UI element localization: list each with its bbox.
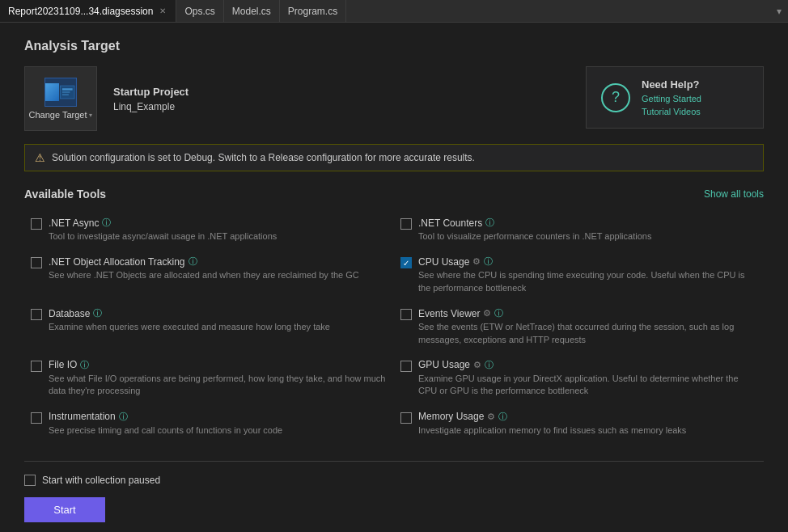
change-target-button[interactable]: Change Target ▾ — [24, 66, 97, 131]
change-target-label: Change Target ▾ — [29, 110, 93, 120]
tool-info-icon-file-io[interactable]: ⓘ — [80, 359, 89, 371]
tool-desc-gpu-usage: Examine GPU usage in your DirectX applic… — [418, 373, 757, 398]
tool-name-dotnet-counters: .NET Counters — [418, 217, 482, 229]
collection-paused-label: Start with collection paused — [42, 475, 160, 486]
tool-item-memory-usage: Memory Usage⚙ⓘInvestigate application me… — [394, 406, 764, 445]
analysis-target-title: Analysis Target — [24, 39, 764, 53]
getting-started-link[interactable]: Getting Started — [642, 94, 701, 103]
svg-rect-3 — [62, 94, 69, 95]
warning-text: Solution configuration is set to Debug. … — [52, 152, 475, 163]
tool-desc-cpu-usage: See where the CPU is spending time execu… — [418, 269, 757, 294]
tool-item-cpu-usage: CPU Usage⚙ⓘSee where the CPU is spending… — [394, 251, 764, 302]
warning-icon: ⚠ — [35, 151, 45, 164]
tool-checkbox-file-io[interactable] — [31, 361, 42, 372]
tool-name-memory-usage: Memory Usage — [418, 411, 484, 422]
help-title: Need Help? — [642, 78, 701, 91]
tool-checkbox-memory-usage[interactable] — [400, 412, 412, 424]
tool-gear-icon-gpu-usage[interactable]: ⚙ — [473, 360, 481, 370]
tool-desc-dotnet-counters: Tool to visualize performance counters i… — [418, 230, 757, 243]
tab-overflow-button[interactable]: ▾ — [770, 6, 788, 17]
startup-info: Startup Project Linq_Example — [113, 86, 189, 112]
available-tools-title: Available Tools — [24, 188, 106, 201]
tool-name-cpu-usage: CPU Usage — [418, 256, 469, 268]
project-icon — [44, 78, 77, 107]
tool-info-icon-instrumentation[interactable]: ⓘ — [119, 411, 128, 423]
tool-info-icon-gpu-usage[interactable]: ⓘ — [485, 359, 494, 371]
tool-info-icon-dotnet-counters[interactable]: ⓘ — [485, 217, 494, 229]
tool-checkbox-cpu-usage[interactable] — [400, 257, 412, 268]
tool-desc-database: Examine when queries were executed and m… — [49, 321, 388, 333]
tool-info-icon-cpu-usage[interactable]: ⓘ — [484, 255, 493, 268]
tool-info-icon-database[interactable]: ⓘ — [93, 307, 102, 319]
tool-checkbox-dotnet-alloc[interactable] — [31, 257, 42, 268]
show-all-tools-link[interactable]: Show all tools — [704, 188, 764, 200]
tab-program[interactable]: Program.cs — [280, 0, 346, 22]
tool-checkbox-instrumentation[interactable] — [31, 412, 42, 424]
tool-item-database: DatabaseⓘExamine when queries were execu… — [24, 302, 394, 354]
svg-rect-1 — [62, 88, 73, 90]
help-text: Need Help? Getting Started Tutorial Vide… — [642, 78, 701, 116]
tool-desc-dotnet-alloc: See where .NET Objects are allocated and… — [49, 269, 388, 281]
tutorial-videos-link[interactable]: Tutorial Videos — [642, 107, 701, 116]
help-icon: ? — [601, 83, 630, 112]
tool-desc-memory-usage: Investigate application memory to find i… — [418, 424, 757, 437]
dropdown-arrow-icon: ▾ — [89, 112, 92, 119]
tool-gear-icon-cpu-usage[interactable]: ⚙ — [472, 256, 481, 267]
target-left: Change Target ▾ Startup Project Linq_Exa… — [24, 66, 189, 131]
tool-info-icon-dotnet-alloc[interactable]: ⓘ — [189, 255, 197, 268]
tool-gear-icon-events-viewer[interactable]: ⚙ — [483, 308, 491, 319]
tool-item-instrumentation: InstrumentationⓘSee precise timing and c… — [24, 406, 394, 445]
tool-name-gpu-usage: GPU Usage — [418, 359, 470, 370]
tools-header: Available Tools Show all tools — [24, 188, 764, 201]
tool-checkbox-gpu-usage[interactable] — [400, 361, 412, 372]
tool-name-events-viewer: Events Viewer — [418, 308, 480, 319]
tab-close-icon[interactable]: ✕ — [158, 6, 167, 16]
tool-desc-dotnet-async: Tool to investigate async/await usage in… — [49, 230, 388, 243]
tool-item-dotnet-alloc: .NET Object Allocation TrackingⓘSee wher… — [24, 251, 394, 302]
tab-label: Report20231109...34.diagsession — [8, 6, 153, 17]
tool-checkbox-dotnet-counters[interactable] — [400, 218, 412, 230]
tab-label: Program.cs — [288, 6, 337, 17]
tool-name-file-io: File IO — [49, 359, 77, 370]
bottom-section: Start with collection paused Start — [24, 461, 764, 522]
tab-label: Model.cs — [232, 6, 271, 17]
tool-info-icon-dotnet-async[interactable]: ⓘ — [102, 217, 111, 229]
tools-grid: .NET AsyncⓘTool to investigate async/awa… — [24, 212, 764, 445]
tool-desc-instrumentation: See precise timing and call counts of fu… — [49, 424, 388, 437]
startup-project-label: Startup Project — [113, 86, 189, 98]
tool-info-icon-events-viewer[interactable]: ⓘ — [494, 307, 503, 319]
tool-checkbox-database[interactable] — [31, 309, 42, 320]
warning-bar: ⚠ Solution configuration is set to Debug… — [24, 144, 764, 171]
tab-ops[interactable]: Ops.cs — [176, 0, 223, 22]
tool-item-gpu-usage: GPU Usage⚙ⓘExamine GPU usage in your Dir… — [394, 354, 764, 406]
tool-name-database: Database — [49, 308, 90, 319]
tool-name-dotnet-async: .NET Async — [49, 217, 99, 229]
tool-desc-events-viewer: See the events (ETW or NetTrace) that oc… — [418, 321, 757, 346]
start-button[interactable]: Start — [24, 497, 105, 522]
tool-item-events-viewer: Events Viewer⚙ⓘSee the events (ETW or Ne… — [394, 302, 764, 354]
collection-paused-checkbox[interactable] — [24, 475, 36, 486]
startup-project-value: Linq_Example — [113, 101, 189, 112]
tool-checkbox-events-viewer[interactable] — [400, 309, 412, 320]
tool-item-dotnet-counters: .NET CountersⓘTool to visualize performa… — [394, 212, 764, 251]
tool-name-instrumentation: Instrumentation — [49, 411, 116, 422]
tab-diagsession[interactable]: Report20231109...34.diagsession ✕ — [0, 0, 176, 22]
tool-item-dotnet-async: .NET AsyncⓘTool to investigate async/awa… — [24, 212, 394, 251]
main-content: Analysis Target Change Target ▾ — [0, 23, 788, 532]
tool-name-dotnet-alloc: .NET Object Allocation Tracking — [49, 256, 185, 268]
collection-row: Start with collection paused — [24, 475, 764, 486]
svg-rect-2 — [62, 91, 70, 93]
target-area: Change Target ▾ Startup Project Linq_Exa… — [24, 66, 764, 131]
tool-checkbox-dotnet-async[interactable] — [31, 218, 42, 230]
tab-model[interactable]: Model.cs — [224, 0, 280, 22]
tool-desc-file-io: See what File I/O operations are being p… — [49, 373, 388, 398]
help-box: ? Need Help? Getting Started Tutorial Vi… — [586, 66, 764, 129]
tab-bar: Report20231109...34.diagsession ✕ Ops.cs… — [0, 0, 788, 23]
tool-item-file-io: File IOⓘSee what File I/O operations are… — [24, 354, 394, 406]
tool-gear-icon-memory-usage[interactable]: ⚙ — [487, 412, 495, 422]
tool-info-icon-memory-usage[interactable]: ⓘ — [498, 411, 507, 423]
tab-label: Ops.cs — [184, 6, 214, 17]
